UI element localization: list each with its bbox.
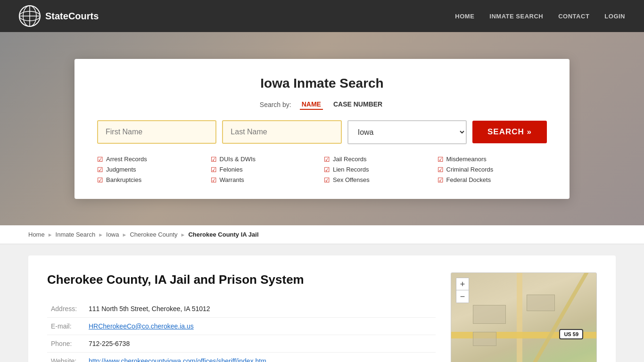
website-label: Website: [47, 353, 85, 362]
email-link[interactable]: HRCherokeeCo@co.cherokee.ia.us [89, 322, 194, 330]
feature-label: Bankruptcies [106, 176, 141, 183]
map-block-2 [473, 332, 496, 346]
website-link[interactable]: http://www.cherokeecountyiowa.com/office… [89, 357, 266, 362]
content-card: Cherokee County, IA Jail and Prison Syst… [28, 255, 616, 362]
feature-bankruptcies: ☑ Bankruptcies [97, 176, 207, 184]
check-icon: ☑ [97, 166, 103, 173]
feature-duis-dwis: ☑ DUIs & DWIs [211, 156, 321, 163]
search-card-title: Iowa Inmate Search [97, 76, 547, 91]
breadcrumb-iowa[interactable]: Iowa [106, 231, 119, 238]
logo-text: StateCourts [45, 11, 99, 22]
address-label: Address: [47, 300, 85, 318]
map-zoom-in[interactable]: + [456, 278, 469, 290]
main-content: Cherokee County, IA Jail and Prison Syst… [0, 244, 644, 362]
feature-label: Sex Offenses [333, 176, 370, 183]
feature-judgments: ☑ Judgments [97, 166, 207, 173]
feature-label: Jail Records [333, 156, 367, 163]
breadcrumb-inmate-search[interactable]: Inmate Search [56, 231, 96, 238]
feature-lien-records: ☑ Lien Records [324, 166, 434, 173]
feature-label: Criminal Records [446, 166, 494, 173]
check-icon: ☑ [324, 156, 330, 163]
website-row: Website: http://www.cherokeecountyiowa.c… [47, 353, 436, 362]
map-zoom-out[interactable]: − [456, 290, 469, 303]
breadcrumb-sep-4: ► [181, 232, 186, 238]
content-right: US 59 + − [451, 272, 597, 362]
email-row: E-mail: HRCherokeeCo@co.cherokee.ia.us [47, 318, 436, 335]
feature-label: Warrants [220, 176, 244, 183]
search-button[interactable]: SEARCH » [472, 121, 547, 143]
header: StateCourts HOME INMATE SEARCH CONTACT L… [0, 0, 644, 32]
address-value: 111 North 5th Street, Cherokee, IA 51012 [85, 300, 436, 318]
check-icon: ☑ [324, 166, 330, 173]
phone-value: 712-225-6738 [85, 335, 436, 353]
check-icon: ☑ [211, 156, 217, 163]
feature-arrest-records: ☑ Arrest Records [97, 156, 207, 163]
feature-jail-records: ☑ Jail Records [324, 156, 434, 163]
check-icon: ☑ [324, 176, 330, 184]
feature-label: Lien Records [333, 166, 369, 173]
check-icon: ☑ [97, 156, 103, 163]
breadcrumb: Home ► Inmate Search ► Iowa ► Cherokee C… [0, 225, 644, 244]
main-nav: HOME INMATE SEARCH CONTACT LOGIN [455, 13, 625, 20]
feature-criminal-records: ☑ Criminal Records [438, 166, 547, 173]
breadcrumb-current: Cherokee County IA Jail [188, 231, 258, 238]
check-icon: ☑ [438, 156, 444, 163]
search-by-row: Search by: NAME CASE NUMBER [97, 99, 547, 110]
map-block-3 [527, 295, 555, 311]
breadcrumb-sep-1: ► [48, 232, 53, 238]
feature-label: Misdemeanors [446, 156, 487, 163]
nav-inmate-search[interactable]: INMATE SEARCH [489, 13, 543, 20]
check-icon: ☑ [211, 176, 217, 184]
search-inputs-row: Iowa Alabama Alaska SEARCH » [97, 120, 547, 144]
map-road-vertical [517, 273, 522, 362]
logo-icon [19, 5, 41, 27]
website-value: http://www.cherokeecountyiowa.com/office… [85, 353, 436, 362]
map-inner: US 59 + − [451, 273, 596, 362]
features-grid: ☑ Arrest Records ☑ DUIs & DWIs ☑ Jail Re… [97, 156, 547, 184]
breadcrumb-sep-3: ► [122, 232, 127, 238]
map-block-1 [473, 305, 506, 324]
feature-sex-offenses: ☑ Sex Offenses [324, 176, 434, 184]
check-icon: ☑ [438, 166, 444, 173]
map-road-diagonal [493, 272, 593, 362]
phone-row: Phone: 712-225-6738 [47, 335, 436, 353]
nav-login[interactable]: LOGIN [604, 13, 625, 20]
tab-name[interactable]: NAME [300, 99, 323, 110]
content-left: Cherokee County, IA Jail and Prison Syst… [47, 272, 436, 362]
logo-link[interactable]: StateCourts [19, 5, 99, 27]
check-icon: ☑ [211, 166, 217, 173]
address-row: Address: 111 North 5th Street, Cherokee,… [47, 300, 436, 318]
email-value: HRCherokeeCo@co.cherokee.ia.us [85, 318, 436, 335]
email-label: E-mail: [47, 318, 85, 335]
breadcrumb-home[interactable]: Home [28, 231, 45, 238]
phone-label: Phone: [47, 335, 85, 353]
check-icon: ☑ [97, 176, 103, 184]
state-select[interactable]: Iowa Alabama Alaska [347, 120, 467, 144]
feature-misdemeanors: ☑ Misdemeanors [438, 156, 547, 163]
nav-contact[interactable]: CONTACT [558, 13, 589, 20]
hero-section: COURTHOUSE Iowa Inmate Search Search by:… [0, 32, 644, 225]
search-by-label: Search by: [260, 101, 291, 108]
feature-label: DUIs & DWIs [220, 156, 256, 163]
search-card: Iowa Inmate Search Search by: NAME CASE … [74, 59, 570, 199]
tab-case-number[interactable]: CASE NUMBER [331, 99, 384, 110]
us59-badge: US 59 [559, 329, 583, 339]
last-name-input[interactable] [222, 120, 341, 144]
feature-label: Felonies [220, 166, 243, 173]
map-container: US 59 + − [451, 272, 597, 362]
breadcrumb-cherokee-county[interactable]: Cherokee County [130, 231, 177, 238]
feature-felonies: ☑ Felonies [211, 166, 321, 173]
first-name-input[interactable] [97, 120, 216, 144]
feature-label: Arrest Records [106, 156, 147, 163]
check-icon: ☑ [438, 176, 444, 184]
info-table: Address: 111 North 5th Street, Cherokee,… [47, 300, 436, 362]
map-zoom-controls: + − [456, 278, 469, 303]
feature-federal-dockets: ☑ Federal Dockets [438, 176, 547, 184]
nav-home[interactable]: HOME [455, 13, 474, 20]
feature-label: Federal Dockets [446, 176, 491, 183]
jail-title: Cherokee County, IA Jail and Prison Syst… [47, 272, 436, 287]
feature-label: Judgments [106, 166, 136, 173]
breadcrumb-sep-2: ► [98, 232, 103, 238]
feature-warrants: ☑ Warrants [211, 176, 321, 184]
